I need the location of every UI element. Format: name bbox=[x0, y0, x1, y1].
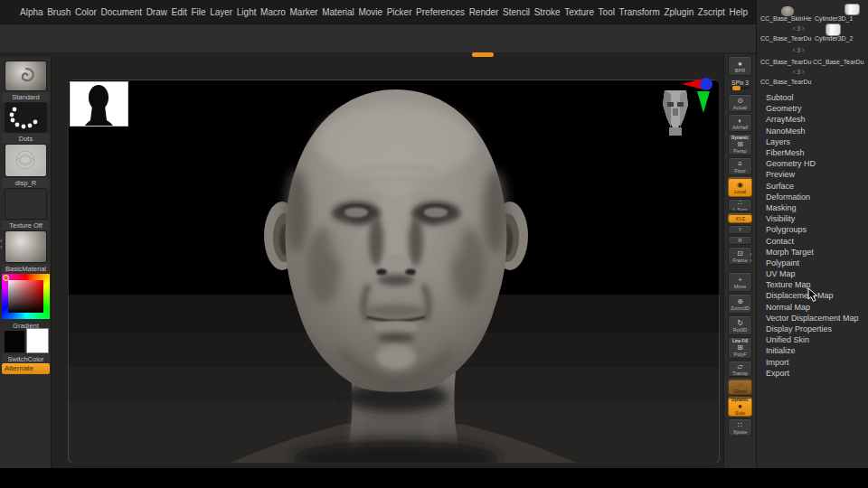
axis-orientation-gizmo[interactable] bbox=[681, 75, 719, 113]
xyz-button[interactable]: XYZ bbox=[728, 213, 752, 223]
bpr-button[interactable]: ● BPR bbox=[728, 56, 752, 76]
transp-button[interactable]: ▱ Transp bbox=[728, 361, 752, 377]
menu-item[interactable]: Picker bbox=[387, 7, 412, 17]
brush-label[interactable]: Standard bbox=[2, 92, 50, 102]
alternate-button[interactable]: Alternate bbox=[2, 363, 50, 374]
tool-menu-item[interactable]: Display Properties bbox=[757, 324, 868, 334]
subtool-item[interactable]: CC_Base_TearDu bbox=[813, 59, 863, 65]
stroke-thumbnail[interactable] bbox=[5, 102, 47, 133]
polyf-button[interactable]: Line Fill ⊞ PolyF bbox=[728, 337, 752, 359]
tray-collapse-icon[interactable]: ‹› bbox=[0, 238, 3, 250]
tool-menu-item[interactable]: ArrayMesh bbox=[757, 114, 868, 125]
tool-menu-item[interactable]: Layers bbox=[757, 136, 868, 147]
menu-item[interactable]: Color bbox=[75, 7, 97, 17]
color-picker[interactable] bbox=[2, 274, 50, 319]
r-axis-button[interactable]: R bbox=[728, 236, 752, 245]
alpha-thumbnail[interactable] bbox=[5, 144, 47, 177]
tool-menu-item[interactable]: Preview bbox=[757, 169, 868, 180]
frame-button[interactable]: ⊡ Frame bbox=[728, 247, 752, 265]
texture-preview-thumbnail[interactable] bbox=[70, 81, 128, 127]
floor-button[interactable]: ≡ Floor bbox=[728, 157, 752, 175]
subtool-item[interactable]: Cylinder3D_1 bbox=[815, 15, 853, 22]
menu-item[interactable]: Preferences bbox=[416, 7, 465, 17]
alpha-label[interactable]: disp_R bbox=[2, 178, 50, 188]
subtool-item[interactable]: CC_Base_TearDu bbox=[760, 79, 811, 85]
subtool-item[interactable]: CC_Base_TearDu bbox=[760, 35, 811, 42]
tool-menu-item[interactable]: Normal Map bbox=[757, 302, 868, 313]
subtool-item[interactable]: Cylinder3D_2 bbox=[815, 35, 853, 42]
move-button[interactable]: + Move bbox=[728, 272, 752, 292]
stroke-label[interactable]: Dots bbox=[2, 134, 50, 144]
tool-menu-item[interactable]: Polypaint bbox=[757, 258, 868, 268]
menu-item[interactable]: Marker bbox=[289, 7, 317, 17]
menu-item[interactable]: Draw bbox=[146, 7, 167, 17]
tool-menu-item[interactable]: Import bbox=[757, 357, 868, 368]
subdivision-counter[interactable]: ‹ 3 › bbox=[793, 69, 804, 75]
tool-menu-item[interactable]: Contact bbox=[757, 235, 868, 246]
subdivision-counter[interactable]: ‹ 3 › bbox=[793, 47, 804, 53]
tool-menu-item[interactable]: Initialize bbox=[757, 345, 868, 356]
subtool-item[interactable]: CC_Base_SkinHe bbox=[760, 15, 811, 22]
tool-menu-item[interactable]: Subtool bbox=[757, 92, 868, 103]
menu-item[interactable]: Document bbox=[100, 7, 142, 17]
current-brush-thumbnail[interactable] bbox=[5, 61, 47, 91]
spix-slider[interactable]: SPix 3 bbox=[728, 78, 752, 92]
zoom3d-button[interactable]: ⊕ Zoom3D bbox=[728, 294, 752, 314]
menu-item[interactable]: Zscript bbox=[698, 7, 725, 17]
texture-thumbnail[interactable] bbox=[5, 188, 47, 220]
main-color-swatch[interactable] bbox=[4, 330, 25, 353]
tool-menu-item[interactable]: Unified Skin bbox=[757, 334, 868, 345]
subtool-cylinder-thumbnail[interactable] bbox=[844, 4, 860, 15]
tool-menu-item[interactable]: FiberMesh bbox=[757, 147, 868, 158]
subdivision-counter[interactable]: ‹ 3 › bbox=[793, 25, 804, 32]
menu-item[interactable]: Transform bbox=[619, 7, 660, 17]
document-canvas[interactable] bbox=[52, 57, 723, 468]
menu-item[interactable]: Stroke bbox=[534, 7, 561, 17]
tool-menu-item[interactable]: Geometry bbox=[757, 103, 868, 114]
texture-label[interactable]: Texture Off bbox=[2, 221, 50, 230]
menu-item[interactable]: Texture bbox=[564, 7, 594, 17]
menu-item[interactable]: Zplugin bbox=[664, 7, 693, 17]
tool-menu-item[interactable]: Polygroups bbox=[757, 224, 868, 235]
menu-item[interactable]: Edit bbox=[172, 7, 187, 17]
lsym-button[interactable]: ∴ L.Sym bbox=[728, 199, 752, 211]
tool-menu-item[interactable]: Geometry HD bbox=[757, 158, 868, 169]
menu-item[interactable]: Help bbox=[729, 7, 748, 17]
y-axis-button[interactable]: Y bbox=[728, 225, 752, 234]
subtool-item[interactable]: CC_Base_TearDu bbox=[760, 59, 811, 65]
menu-item[interactable]: Tool bbox=[599, 7, 615, 17]
color-picker-square[interactable] bbox=[8, 280, 43, 313]
ghost-button[interactable]: ◌ Ghost bbox=[728, 379, 752, 395]
rot3d-button[interactable]: ↻ Rot3D bbox=[728, 315, 752, 335]
local-button[interactable]: ◉ Local bbox=[728, 177, 752, 197]
spix-mini-slider[interactable] bbox=[731, 87, 750, 89]
menu-item[interactable]: Render bbox=[469, 7, 499, 17]
tool-menu-item[interactable]: Export bbox=[757, 368, 868, 379]
tray-collapse-icon[interactable]: ‹› bbox=[750, 251, 752, 264]
menu-item[interactable]: Brush bbox=[47, 7, 71, 17]
actual-button[interactable]: ⊙ Actual bbox=[728, 94, 752, 112]
tool-menu-item[interactable]: Masking bbox=[757, 202, 868, 213]
tool-menu-item[interactable]: Deformation bbox=[757, 192, 868, 202]
tool-menu-item[interactable]: Surface bbox=[757, 181, 868, 192]
tool-menu-item[interactable]: NanoMesh bbox=[757, 126, 868, 136]
tool-menu-item[interactable]: Morph Target bbox=[757, 247, 868, 258]
solo-button[interactable]: Dynamic ● Solo bbox=[728, 397, 752, 417]
persp-button[interactable]: Dynamic ⊞ Persp bbox=[728, 134, 752, 155]
subtool-cylinder-thumbnail[interactable] bbox=[826, 23, 841, 36]
material-label[interactable]: BasicMaterial bbox=[2, 264, 50, 274]
tool-menu-item[interactable]: Vector Displacement Map bbox=[757, 313, 868, 324]
menu-item[interactable]: File bbox=[191, 7, 205, 17]
menu-item[interactable]: Movie bbox=[358, 7, 382, 17]
tool-menu-item[interactable]: UV Map bbox=[757, 268, 868, 279]
tool-menu-item[interactable]: Visibility bbox=[757, 213, 868, 224]
sculpted-head-model[interactable] bbox=[69, 80, 720, 464]
menu-item[interactable]: Layer bbox=[210, 7, 232, 17]
menu-item[interactable]: Light bbox=[237, 7, 257, 17]
document-area[interactable] bbox=[68, 80, 720, 464]
secondary-color-swatch[interactable] bbox=[26, 328, 49, 353]
xpose-button[interactable]: ∷ Xpose bbox=[728, 418, 752, 436]
menu-item[interactable]: Macro bbox=[260, 7, 286, 17]
menu-item[interactable]: Alpha bbox=[20, 7, 43, 17]
aahalf-button[interactable]: ◐ AAHalf bbox=[728, 114, 752, 132]
